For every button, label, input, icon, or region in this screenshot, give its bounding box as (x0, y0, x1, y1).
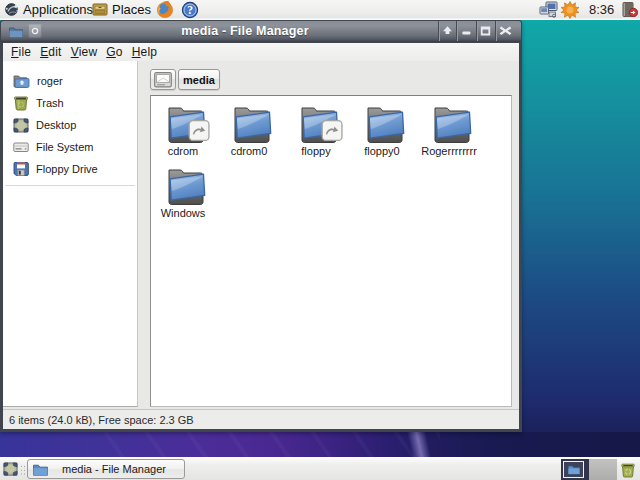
svg-text:?: ? (187, 4, 193, 16)
